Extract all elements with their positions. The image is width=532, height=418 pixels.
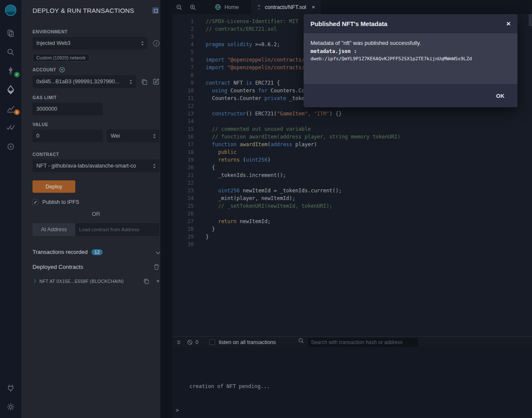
copy-account-icon[interactable]	[141, 79, 148, 85]
static-analysis-icon[interactable]: 1	[0, 101, 21, 116]
environment-label: ENVIRONMENT	[33, 29, 160, 34]
sign-message-icon[interactable]	[153, 78, 160, 85]
code-line: 19 returns (uint256)	[172, 156, 532, 164]
contract-select[interactable]: NFT - github/ava-labs/avalanche-smart-co	[33, 159, 160, 172]
panel-title: DEPLOY & RUN TRANSACTIONS	[33, 7, 134, 14]
icon-panel: ✓ 1	[0, 0, 21, 418]
terminal-toolbar: 0 listen on all transactions	[172, 336, 532, 347]
deployed-contracts-label: Deployed Contracts	[33, 264, 83, 270]
terminal-output: creation of NFT pending...	[172, 347, 532, 389]
copy-contract-icon[interactable]	[143, 278, 149, 284]
at-address-input[interactable]	[75, 223, 160, 236]
gas-limit-label: GAS LIMIT	[33, 95, 160, 100]
value-input[interactable]	[33, 130, 103, 142]
deployed-contract-label: NFT AT 0X15E...E558F (BLOCKCHAIN)	[39, 279, 124, 284]
code-line: 14	[172, 118, 532, 125]
metadata-file-label: metadata.json :	[310, 48, 511, 54]
code-line: 18 public	[172, 148, 532, 156]
modal-body: Metadata of "nft" was published successf…	[304, 33, 517, 84]
modal-close-icon[interactable]: ×	[506, 20, 511, 28]
environment-select[interactable]: Injected Web3	[33, 37, 148, 50]
or-separator: OR	[33, 211, 160, 217]
code-line: 24 _mint(player, newItemId);	[172, 194, 532, 202]
modal-header: Published NFT's Metadata ×	[304, 14, 517, 33]
select-arrows-icon	[141, 41, 144, 46]
remix-ide: ✓ 1	[0, 0, 532, 418]
terminal: 0 listen on all transactions creation of…	[172, 336, 532, 418]
chevron-down-icon[interactable]	[156, 250, 160, 254]
code-line: 27 return newItemId;	[172, 218, 532, 225]
value-label: VALUE	[33, 122, 160, 127]
code-line: 25 // _setTokenURI(newItemId, tokenURI);	[172, 202, 532, 210]
terminal-body[interactable]: creation of NFT pending... >	[172, 347, 532, 418]
at-address-button[interactable]: At Address	[33, 223, 75, 236]
published-metadata-modal: Published NFT's Metadata × Metadata of "…	[304, 14, 517, 107]
pending-count: 0	[195, 339, 198, 345]
transactions-count-badge: 12	[92, 249, 103, 255]
ok-button[interactable]: OK	[496, 93, 505, 99]
file-explorer-icon[interactable]	[0, 26, 21, 41]
code-line: 16 // function awardItem(address player,…	[172, 133, 532, 141]
terminal-search-input[interactable]	[307, 338, 418, 347]
unit-testing-icon[interactable]	[0, 120, 21, 135]
terminal-search-icon	[298, 338, 304, 347]
zoom-in-icon[interactable]	[186, 0, 200, 14]
deploy-run-icon[interactable]	[0, 82, 21, 97]
deploy-run-panel: DEPLOY & RUN TRANSACTIONS ENVIRONMENT In…	[21, 0, 160, 418]
value-unit-select[interactable]: Wei	[107, 130, 160, 142]
settings-icon[interactable]	[0, 399, 21, 415]
modal-message: Metadata of "nft" was published successf…	[310, 40, 511, 46]
code-line: 13 constructor() ERC721("GameItem", "ITM…	[172, 110, 532, 118]
tab-home[interactable]: Home	[209, 0, 244, 14]
ipfs-url: dweb:/ipfs/QmYL9P1Z7KE6AQvKJPFF52SX1p2TE…	[310, 56, 511, 62]
gas-limit-input[interactable]	[33, 103, 103, 115]
code-line: 30	[172, 241, 532, 248]
expand-contract-icon[interactable]	[32, 279, 36, 283]
tab-nft-sol[interactable]: contracts/NFT.sol ×	[251, 0, 320, 14]
deployed-contract-item: NFT AT 0X15E...E558F (BLOCKCHAIN) ×	[33, 278, 160, 284]
code-line: 22	[172, 179, 532, 187]
remove-contract-icon[interactable]: ×	[156, 278, 160, 284]
contract-label: CONTRACT	[33, 152, 160, 157]
account-label: ACCOUNT	[33, 67, 56, 72]
select-arrows-icon	[153, 134, 156, 138]
code-line: 15 // commented out unused variable	[172, 125, 532, 133]
plugin-icon[interactable]	[0, 139, 21, 154]
code-line: 21 _tokenIds.increment();	[172, 171, 532, 179]
terminal-expand-icon[interactable]	[176, 339, 182, 345]
network-badge: Custom (10920) network	[33, 54, 89, 62]
remix-logo[interactable]	[4, 3, 18, 17]
code-line: 23 uint256 newItemId = _tokenIds.current…	[172, 187, 532, 194]
zoom-out-icon[interactable]	[172, 0, 186, 14]
select-arrows-icon	[130, 79, 132, 84]
search-icon[interactable]	[0, 44, 21, 60]
listen-transactions-checkbox[interactable]	[210, 339, 215, 345]
modal-footer: OK	[304, 84, 517, 107]
solidity-file-icon	[257, 4, 261, 10]
code-line: 29}	[172, 233, 532, 241]
account-select[interactable]: 0x845...B1aB3 (999991.3297990...	[33, 75, 136, 88]
pending-block-icon[interactable]	[187, 339, 193, 345]
close-tab-icon[interactable]: ×	[312, 4, 315, 10]
plugin-manager-icon[interactable]	[0, 380, 21, 396]
code-line: 26	[172, 210, 532, 218]
solidity-compiler-icon[interactable]: ✓	[0, 63, 21, 79]
code-line: 17 function awardItem(address player)	[172, 141, 532, 148]
environment-field: ENVIRONMENT Injected Web3 i Custom (1092…	[33, 29, 160, 62]
contract-field: CONTRACT NFT - github/ava-labs/avalanche…	[33, 152, 160, 172]
compile-success-badge: ✓	[14, 72, 20, 77]
clear-contracts-icon[interactable]	[154, 264, 160, 270]
value-field: VALUE Wei	[33, 122, 160, 142]
modal-title: Published NFT's Metadata	[310, 21, 387, 27]
add-account-icon[interactable]	[59, 67, 65, 73]
gas-limit-field: GAS LIMIT	[33, 95, 160, 115]
terminal-prompt: >	[176, 407, 179, 413]
transactions-recorded-label: Transactions recorded	[33, 249, 88, 255]
pin-icon[interactable]	[152, 7, 159, 14]
publish-ipfs-label: Publish to IPFS	[42, 199, 79, 205]
deploy-button[interactable]: Deploy	[33, 180, 75, 193]
tab-bar: Home contracts/NFT.sol ×	[172, 0, 532, 14]
editor-scrollbar[interactable]	[529, 14, 532, 26]
environment-info-icon[interactable]: i	[153, 40, 160, 47]
publish-ipfs-checkbox[interactable]: ✓	[33, 199, 38, 205]
